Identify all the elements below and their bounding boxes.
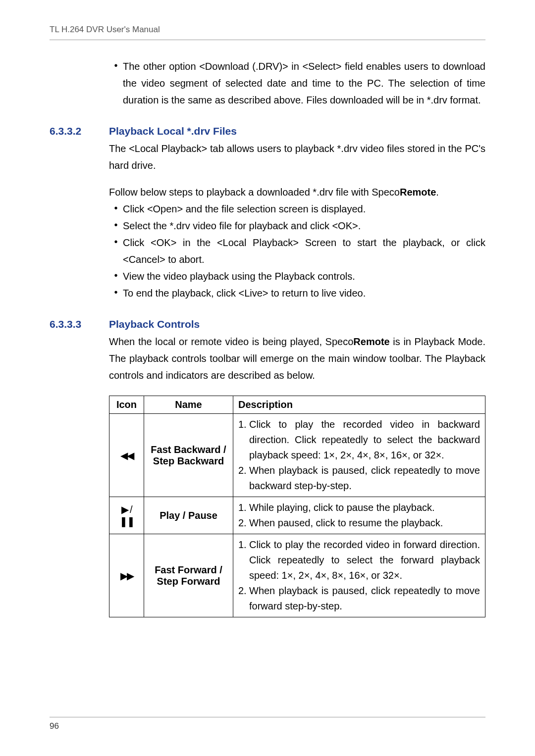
desc-text: Click to play the recorded video in back… bbox=[249, 417, 480, 463]
section-number: 6.3.3.2 bbox=[50, 125, 109, 137]
step-text: Click <Open> and the file selection scre… bbox=[123, 201, 485, 217]
control-name: Play / Pause bbox=[144, 497, 233, 534]
desc-text: When paused, click to resume the playbac… bbox=[249, 515, 480, 531]
playback-controls-intro: When the local or remote video is being … bbox=[109, 333, 485, 384]
col-desc-header: Description bbox=[233, 396, 485, 414]
section-6332-body: The <Local Playback> tab allows users to… bbox=[109, 140, 485, 201]
remote-bold: Remote bbox=[353, 336, 389, 347]
table-row: ▶ / ❚❚ Play / Pause 1.While playing, cli… bbox=[109, 497, 485, 534]
bullet-icon: • bbox=[109, 217, 123, 233]
list-item: • To end the playback, click <Live> to r… bbox=[109, 285, 485, 302]
local-playback-intro: The <Local Playback> tab allows users to… bbox=[109, 140, 485, 174]
page-footer: 96 bbox=[50, 717, 485, 731]
control-description: 1.Click to play the recorded video in fo… bbox=[233, 534, 485, 617]
section-heading-6-3-3-2: 6.3.3.2 Playback Local *.drv Files bbox=[50, 125, 485, 137]
step-text: To end the playback, click <Live> to ret… bbox=[123, 285, 485, 302]
fast-forward-icon: ▶▶ bbox=[120, 570, 133, 581]
fast-backward-icon: ◀◀ bbox=[120, 450, 133, 461]
list-number: 2. bbox=[238, 515, 249, 531]
bullet-icon: • bbox=[109, 234, 123, 250]
follow-steps-pre: Follow below steps to playback a downloa… bbox=[109, 187, 400, 198]
step-text: Select the *.drv video file for playback… bbox=[123, 217, 485, 234]
page-number: 96 bbox=[50, 721, 59, 731]
list-item: • Click <Open> and the file selection sc… bbox=[109, 201, 485, 217]
playback-controls-table: Icon Name Description ◀◀ Fast Backward /… bbox=[109, 396, 485, 617]
bullet-icon: • bbox=[109, 285, 123, 300]
header-title: TL H.264 DVR User's Manual bbox=[50, 25, 485, 40]
list-item: • Click <OK> in the <Local Playback> Scr… bbox=[109, 234, 485, 268]
list-number: 1. bbox=[238, 417, 249, 463]
desc-text: When playback is paused, click repeatedl… bbox=[249, 463, 480, 494]
desc-text: When playback is paused, click repeatedl… bbox=[249, 583, 480, 614]
table-row: ▶▶ Fast Forward / Step Forward 1.Click t… bbox=[109, 534, 485, 617]
step-text: View the video playback using the Playba… bbox=[123, 268, 485, 285]
section-heading-6-3-3-3: 6.3.3.3 Playback Controls bbox=[50, 318, 485, 330]
control-description: 1.While playing, click to pause the play… bbox=[233, 497, 485, 534]
desc-text: While playing, click to pause the playba… bbox=[249, 500, 480, 515]
list-item: • View the video playback using the Play… bbox=[109, 268, 485, 285]
col-name-header: Name bbox=[144, 396, 233, 414]
section-title: Playback Local *.drv Files bbox=[109, 125, 237, 137]
bullet-icon: • bbox=[109, 268, 123, 283]
play-pause-icon: ▶ / ❚❚ bbox=[119, 504, 134, 527]
list-item: • Select the *.drv video file for playba… bbox=[109, 217, 485, 234]
control-name: Fast Forward / Step Forward bbox=[144, 534, 233, 617]
bullet-icon: • bbox=[109, 58, 123, 73]
col-icon-header: Icon bbox=[109, 396, 144, 414]
list-number: 2. bbox=[238, 463, 249, 494]
section-title: Playback Controls bbox=[109, 318, 200, 330]
intro-pre: When the local or remote video is being … bbox=[109, 336, 353, 347]
steps-list: • Click <Open> and the file selection sc… bbox=[109, 201, 485, 302]
control-name: Fast Backward / Step Backward bbox=[144, 414, 233, 497]
follow-steps-text: Follow below steps to playback a downloa… bbox=[109, 184, 485, 201]
bullet-icon: • bbox=[109, 201, 123, 216]
remote-bold: Remote bbox=[400, 187, 436, 198]
list-number: 2. bbox=[238, 583, 249, 614]
desc-text: Click to play the recorded video in forw… bbox=[249, 537, 480, 583]
follow-steps-post: . bbox=[436, 187, 439, 198]
drv-download-text: The other option <Download (.DRV)> in <S… bbox=[123, 58, 485, 108]
list-number: 1. bbox=[238, 500, 249, 515]
table-row: ◀◀ Fast Backward / Step Backward 1.Click… bbox=[109, 414, 485, 497]
drv-download-bullet: • The other option <Download (.DRV)> in … bbox=[109, 58, 485, 108]
section-number: 6.3.3.3 bbox=[50, 318, 109, 330]
list-number: 1. bbox=[238, 537, 249, 583]
step-text: Click <OK> in the <Local Playback> Scree… bbox=[123, 234, 485, 268]
control-description: 1.Click to play the recorded video in ba… bbox=[233, 414, 485, 497]
section-6333-body: When the local or remote video is being … bbox=[109, 333, 485, 617]
page: TL H.264 DVR User's Manual • The other o… bbox=[0, 0, 535, 756]
table-header-row: Icon Name Description bbox=[109, 396, 485, 414]
